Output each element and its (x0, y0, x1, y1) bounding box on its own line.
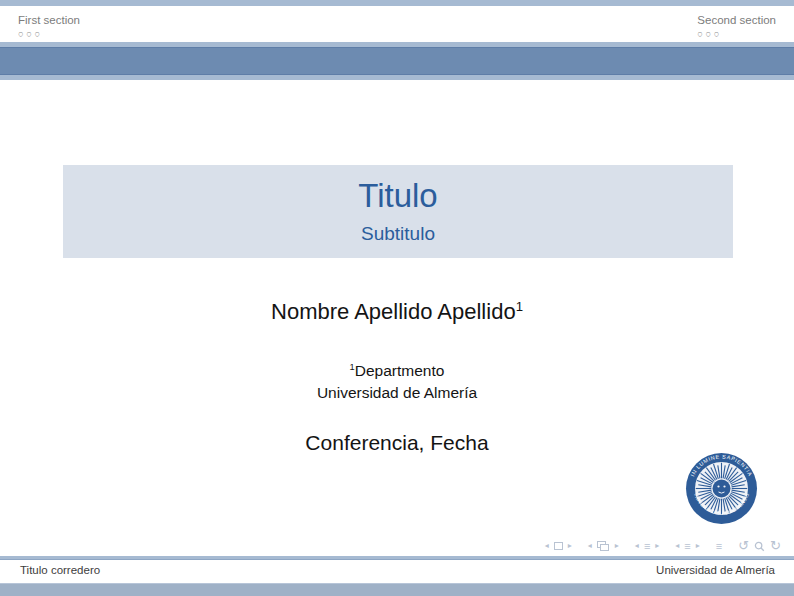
section-second-label[interactable]: Second section (697, 13, 776, 27)
nav-next-subsection-icon[interactable]: ▸ (655, 538, 659, 554)
header-section-second[interactable]: Second section ○○○ (697, 13, 776, 39)
affiliation-university: Universidad de Almería (0, 382, 794, 404)
nav-next-section-icon[interactable]: ▸ (696, 538, 700, 554)
band-steel (0, 47, 794, 75)
bottom-accent-bar (0, 583, 794, 596)
section-second-slide-dots[interactable]: ○○○ (697, 29, 722, 39)
nav-prev-section-icon[interactable]: ◂ (675, 538, 679, 554)
nav-find-icon[interactable] (754, 541, 765, 552)
nav-slide-icon[interactable] (554, 542, 563, 550)
universidad-de-almeria-seal-logo: IN LUMINE SAPIENTIA VNIVERSITAS ALMERIEN… (685, 452, 758, 525)
affiliation-department-line: 1Departmento (0, 360, 794, 382)
nav-next-slide-icon[interactable]: ▸ (568, 538, 572, 554)
header-band (0, 42, 794, 80)
nav-frame-icon[interactable] (597, 541, 610, 552)
affiliation-block: 1Departmento Universidad de Almería (0, 360, 794, 403)
conference-date-line: Conferencia, Fecha (0, 431, 794, 455)
footer-institute: Universidad de Almería (656, 564, 775, 576)
title-block: Titulo Subtitulo (63, 165, 733, 258)
nav-appendix-icon[interactable]: ≡ (716, 538, 722, 554)
seal-sun-face (713, 480, 731, 498)
nav-next-frame-icon[interactable]: ▸ (615, 538, 619, 554)
footer-short-title: Titulo corredero (20, 564, 100, 576)
beamer-title-slide: First section ○○○ Second section ○○○ Tit… (0, 0, 794, 596)
affiliation-department: Departmento (355, 362, 445, 379)
band-light-bottom (0, 75, 794, 80)
author-name: Nombre Apellido Apellido (271, 299, 516, 324)
header-navigation: First section ○○○ Second section ○○○ (0, 6, 794, 42)
seal-sun-eye (723, 485, 725, 487)
nav-prev-slide-icon[interactable]: ◂ (545, 538, 549, 554)
nav-subsection-icon[interactable]: ≡ (644, 538, 650, 554)
author-line: Nombre Apellido Apellido1 (0, 299, 794, 325)
seal-sun-eye (717, 485, 719, 487)
nav-section-icon[interactable]: ≡ (684, 538, 690, 554)
footer: Titulo corredero Universidad de Almería (0, 560, 794, 583)
nav-back-icon[interactable]: ↺ (738, 538, 749, 554)
beamer-navigation-symbols: ◂ ▸ ◂ ▸ ◂ ≡ ▸ ◂ ≡ ▸ ≡ ↺ ↻ (545, 538, 781, 554)
author-footnote-mark: 1 (516, 299, 523, 314)
nav-prev-subsection-icon[interactable]: ◂ (635, 538, 639, 554)
section-first-slide-dots[interactable]: ○○○ (18, 29, 43, 39)
nav-forward-icon[interactable]: ↻ (770, 538, 781, 554)
slide-subtitle: Subtitulo (63, 223, 733, 245)
slide-title: Titulo (63, 165, 733, 215)
nav-prev-frame-icon[interactable]: ◂ (588, 538, 592, 554)
header-section-first[interactable]: First section ○○○ (18, 13, 80, 39)
section-first-label[interactable]: First section (18, 13, 80, 27)
